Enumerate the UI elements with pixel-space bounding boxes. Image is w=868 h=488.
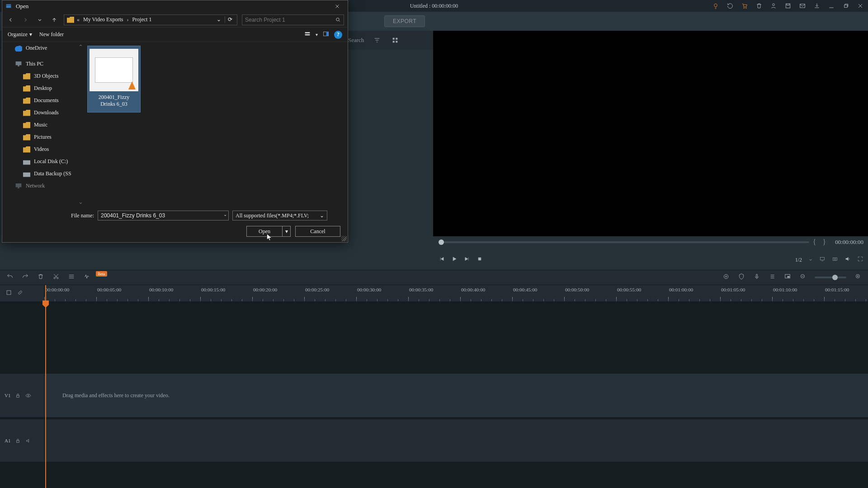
tree-network[interactable]: Network bbox=[2, 180, 84, 192]
tree-desktop[interactable]: Desktop bbox=[2, 82, 84, 94]
audio-track-header[interactable]: A1 bbox=[0, 419, 44, 462]
chevron-down-icon[interactable] bbox=[808, 258, 813, 262]
svg-rect-21 bbox=[788, 276, 789, 277]
tree-3dobjects[interactable]: 3D Objects bbox=[2, 70, 84, 82]
mail-icon[interactable] bbox=[798, 2, 807, 10]
breadcrumb[interactable]: « My Video Exports › Project 1 ⌄ ⟳ bbox=[64, 14, 237, 25]
vlc-icon bbox=[128, 81, 136, 89]
svg-point-0 bbox=[714, 4, 717, 7]
mark-out-icon[interactable]: } bbox=[822, 238, 829, 246]
download-icon[interactable] bbox=[813, 2, 821, 10]
prev-frame-icon[interactable] bbox=[439, 256, 445, 264]
nav-forward-icon[interactable] bbox=[20, 15, 30, 25]
fullscreen-icon[interactable] bbox=[857, 256, 863, 264]
tree-onedrive[interactable]: OneDrive bbox=[2, 42, 84, 54]
filename-input[interactable] bbox=[98, 211, 229, 221]
ruler-label: 00:00:10:00 bbox=[149, 287, 173, 292]
audio-beta-icon[interactable] bbox=[83, 273, 90, 282]
timeline-collapse-icon[interactable] bbox=[5, 289, 12, 298]
window-minimize-icon[interactable] bbox=[827, 2, 835, 10]
pip-icon[interactable] bbox=[784, 273, 791, 282]
redo-icon[interactable] bbox=[22, 273, 29, 282]
link-icon[interactable] bbox=[17, 289, 24, 298]
timeline-body[interactable]: V1 Drag media and effects here to create… bbox=[0, 301, 868, 488]
preview-pane-icon[interactable] bbox=[322, 30, 330, 39]
help-icon[interactable]: ? bbox=[334, 31, 342, 39]
tree-localdisk[interactable]: Local Disk (C:) bbox=[2, 155, 84, 168]
window-close-icon[interactable] bbox=[856, 2, 864, 10]
organize-button[interactable]: Organize ▾ bbox=[8, 31, 32, 38]
tree-videos[interactable]: Videos bbox=[2, 143, 84, 155]
bulb-icon[interactable] bbox=[712, 2, 720, 10]
dialog-search-input[interactable] bbox=[242, 14, 344, 25]
breadcrumb-seg1[interactable]: My Video Exports bbox=[80, 16, 126, 23]
timeline-playhead[interactable] bbox=[45, 285, 46, 488]
filetype-select[interactable]: All supported files(*.MP4;*.FLV;⌄ bbox=[232, 211, 327, 221]
undo-icon[interactable] bbox=[6, 273, 14, 282]
list-icon[interactable] bbox=[769, 273, 776, 282]
breadcrumb-dropdown-icon[interactable]: ⌄ bbox=[214, 16, 224, 23]
settings-lines-icon[interactable] bbox=[68, 273, 75, 282]
resize-grip-icon[interactable] bbox=[341, 236, 347, 241]
timeline-ruler[interactable]: 00:00:00:0000:00:05:0000:00:10:0000:00:1… bbox=[44, 285, 868, 301]
nav-history-icon[interactable] bbox=[35, 15, 45, 25]
speaker-icon[interactable] bbox=[25, 438, 31, 444]
export-button[interactable]: EXPORT bbox=[384, 15, 425, 27]
window-restore-icon[interactable] bbox=[842, 2, 850, 10]
user-icon[interactable] bbox=[769, 2, 778, 10]
cart-icon[interactable] bbox=[741, 2, 749, 10]
next-frame-icon[interactable] bbox=[464, 256, 470, 264]
dialog-close-button[interactable] bbox=[330, 1, 345, 12]
tree-pictures[interactable]: Pictures bbox=[2, 131, 84, 143]
mark-in-icon[interactable]: { bbox=[813, 238, 819, 246]
lock-icon[interactable] bbox=[15, 438, 21, 444]
preview-scale[interactable]: 1/2 bbox=[795, 257, 802, 263]
eye-icon[interactable] bbox=[25, 393, 31, 399]
nav-back-icon[interactable] bbox=[6, 15, 16, 25]
refresh-icon[interactable]: ⟳ bbox=[225, 16, 235, 23]
tree-music[interactable]: Music bbox=[2, 119, 84, 131]
media-search-input[interactable]: Search bbox=[348, 37, 364, 44]
cancel-button[interactable]: Cancel bbox=[295, 226, 340, 237]
grid-view-icon[interactable] bbox=[390, 35, 400, 45]
open-button[interactable]: Open bbox=[246, 226, 283, 237]
open-button-split[interactable]: ▾ bbox=[283, 226, 291, 237]
scroll-up-icon[interactable] bbox=[77, 42, 84, 48]
video-track-header[interactable]: V1 bbox=[0, 374, 44, 417]
view-mode-icon[interactable] bbox=[304, 30, 311, 39]
breadcrumb-seg2[interactable]: Project 1 bbox=[129, 16, 154, 23]
snapshot-icon[interactable] bbox=[832, 256, 838, 264]
target-icon[interactable] bbox=[722, 273, 730, 282]
file-item-selected[interactable]: 200401_FizzyDrinks 6_03 bbox=[87, 46, 141, 113]
volume-icon[interactable] bbox=[844, 256, 851, 264]
delete-icon[interactable] bbox=[37, 273, 44, 282]
svg-rect-8 bbox=[396, 38, 398, 40]
file-grid[interactable]: 200401_FizzyDrinks 6_03 bbox=[84, 42, 348, 206]
trash-icon[interactable] bbox=[755, 2, 763, 10]
tree-databackup[interactable]: Data Backup (SS bbox=[2, 168, 84, 180]
tree-downloads[interactable]: Downloads bbox=[2, 107, 84, 119]
filename-dropdown-icon[interactable]: ⌄ bbox=[223, 212, 227, 217]
nav-up-icon[interactable] bbox=[49, 15, 59, 25]
dialog-titlebar[interactable]: Open bbox=[2, 0, 348, 12]
play-icon[interactable] bbox=[451, 256, 458, 264]
stop-icon[interactable] bbox=[476, 256, 483, 264]
display-icon[interactable] bbox=[819, 256, 826, 264]
new-folder-button[interactable]: New folder bbox=[39, 31, 64, 38]
cut-icon[interactable] bbox=[52, 273, 60, 282]
timeline-zoom-slider[interactable] bbox=[815, 277, 846, 278]
preview-seekbar[interactable] bbox=[439, 241, 809, 243]
save-icon[interactable] bbox=[784, 2, 792, 10]
scroll-down-icon[interactable] bbox=[77, 200, 84, 206]
tree-thispc[interactable]: This PC bbox=[2, 58, 84, 70]
filter-icon[interactable] bbox=[372, 35, 382, 45]
refresh-icon[interactable] bbox=[726, 2, 734, 10]
lock-icon[interactable] bbox=[15, 393, 21, 399]
mic-icon[interactable] bbox=[753, 273, 760, 282]
zoom-out-icon[interactable] bbox=[799, 273, 807, 282]
shield-icon[interactable] bbox=[738, 273, 745, 282]
zoom-in-icon[interactable] bbox=[854, 273, 862, 282]
svg-rect-11 bbox=[478, 258, 481, 260]
nav-tree[interactable]: OneDrive This PC 3D Objects Desktop Docu… bbox=[2, 42, 84, 206]
tree-documents[interactable]: Documents bbox=[2, 94, 84, 107]
